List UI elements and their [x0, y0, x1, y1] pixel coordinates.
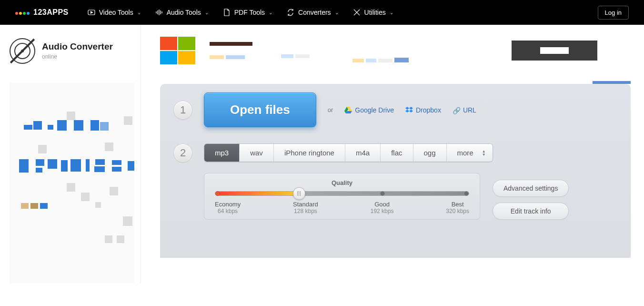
format-tab-ogg[interactable]: ogg — [413, 144, 447, 162]
nav-video-tools[interactable]: Video Tools ⌄ — [88, 9, 141, 16]
source-dropbox[interactable]: Dropbox — [405, 106, 441, 114]
nav-label: Converters — [298, 9, 331, 16]
quality-slider[interactable] — [215, 191, 469, 196]
audio-icon — [155, 9, 163, 16]
chevron-down-icon: ⌄ — [269, 10, 272, 15]
nav-label: Video Tools — [99, 9, 133, 16]
banner-cta[interactable] — [512, 41, 597, 61]
more-label: more — [457, 149, 473, 157]
link-label: URL — [463, 106, 476, 114]
nav-audio-tools[interactable]: Audio Tools ⌄ — [155, 9, 209, 16]
top-banner-ad[interactable] — [160, 36, 631, 65]
sidebar-ad[interactable] — [10, 83, 134, 283]
nav-utilities[interactable]: Utilities ⌄ — [353, 9, 393, 16]
format-tab-mp3[interactable]: mp3 — [204, 144, 240, 162]
dropbox-icon — [405, 107, 413, 113]
q-economy: Economy — [215, 201, 241, 208]
step-1-row: 1 Open files or Google Drive Dropbox 🔗 U… — [173, 92, 617, 127]
nav-pdf-tools[interactable]: PDF Tools ⌄ — [223, 9, 272, 16]
quality-title: Quality — [215, 179, 469, 186]
pdf-icon — [223, 9, 231, 16]
q-standard-rate: 128 kbps — [293, 208, 318, 214]
app-title: Audio Converter — [42, 41, 113, 52]
format-tab-iphone[interactable]: iPhone ringtone — [274, 144, 345, 162]
converter-panel: 1 Open files or Google Drive Dropbox 🔗 U… — [160, 84, 631, 258]
format-tab-flac[interactable]: flac — [381, 144, 413, 162]
quality-labels: Economy64 kbps Standard128 kbps Good192 … — [215, 201, 469, 214]
login-button[interactable]: Log in — [598, 6, 629, 20]
brand-logo[interactable]: 123APPS — [15, 8, 69, 17]
chevron-down-icon: ⌄ — [137, 10, 141, 15]
chevron-down-icon: ⌄ — [335, 10, 339, 15]
q-economy-rate: 64 kbps — [215, 208, 241, 214]
format-tabs: mp3 wav iPhone ringtone m4a flac ogg mor… — [204, 143, 493, 162]
disc-icon — [10, 38, 35, 64]
nav-label: Audio Tools — [167, 9, 201, 16]
updown-icon: ▲▼ — [482, 150, 486, 156]
step-1-badge: 1 — [173, 101, 192, 120]
microsoft-logo-icon — [160, 37, 195, 64]
app-title-block: Audio Converter online — [10, 38, 141, 64]
q-best-rate: 320 kbps — [446, 208, 469, 214]
format-tab-more[interactable]: more ▲▼ — [447, 144, 493, 162]
nav-converters[interactable]: Converters ⌄ — [287, 9, 338, 16]
advanced-settings-button[interactable]: Advanced settings — [493, 180, 569, 197]
or-text: or — [328, 106, 333, 113]
q-good-rate: 192 kbps — [371, 208, 394, 214]
app-subtitle: online — [42, 53, 57, 60]
quality-box: Quality Economy64 kbps Standard128 kbps … — [204, 173, 480, 220]
link-label: Dropbox — [416, 106, 441, 114]
source-url[interactable]: 🔗 URL — [453, 106, 476, 114]
q-standard: Standard — [293, 201, 318, 208]
chevron-down-icon: ⌄ — [390, 10, 393, 15]
q-best: Best — [452, 201, 464, 208]
brand-text: 123APPS — [33, 8, 69, 17]
source-google-drive[interactable]: Google Drive — [344, 106, 394, 114]
top-nav: 123APPS Video Tools ⌄ Audio Tools ⌄ PDF … — [0, 0, 644, 25]
format-tab-wav[interactable]: wav — [240, 144, 274, 162]
nav-label: PDF Tools — [234, 9, 265, 16]
open-files-button[interactable]: Open files — [204, 92, 316, 127]
slider-handle[interactable] — [293, 187, 305, 200]
video-icon — [88, 9, 95, 16]
logo-dots-icon — [15, 8, 30, 17]
converter-icon — [287, 9, 294, 16]
edit-track-info-button[interactable]: Edit track info — [493, 203, 569, 220]
link-label: Google Drive — [355, 106, 394, 114]
q-good: Good — [374, 201, 390, 208]
step-2-row: 2 mp3 wav iPhone ringtone m4a flac ogg m… — [173, 143, 617, 163]
nav-label: Utilities — [364, 9, 386, 16]
chevron-down-icon: ⌄ — [205, 10, 209, 15]
utilities-icon — [353, 9, 361, 16]
step-2-badge: 2 — [173, 143, 192, 163]
link-icon: 🔗 — [453, 107, 460, 113]
gdrive-icon — [344, 107, 352, 113]
format-tab-m4a[interactable]: m4a — [345, 144, 381, 162]
